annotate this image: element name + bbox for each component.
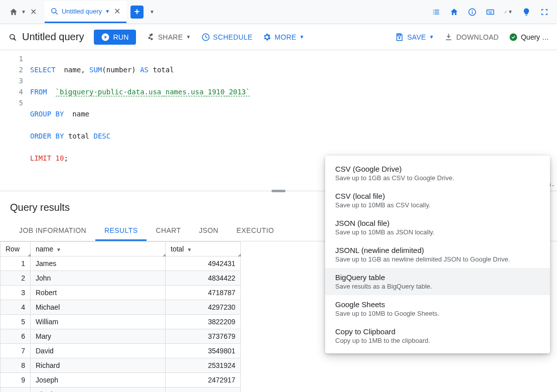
table-row[interactable]: 1 James 4942431 (1, 256, 241, 271)
save-button[interactable]: SAVE ▼ (395, 33, 434, 42)
table-row[interactable]: 7 David 3549801 (1, 344, 241, 358)
sort-icon: ▼ (56, 247, 61, 252)
cell-name: William (31, 315, 166, 329)
menu-item-title: Copy to Clipboard (335, 327, 540, 336)
save-results-menu: CSV (Google Drive) Save up to 1GB as CSV… (325, 156, 550, 353)
menu-item-subtitle: Save results as a BigQuery table. (335, 283, 540, 290)
col-name[interactable]: name▼ (31, 242, 166, 256)
fullscreen-icon[interactable] (540, 8, 549, 17)
wand-icon[interactable]: ▼ (504, 8, 513, 17)
cell-row: 10 (1, 387, 31, 393)
tab-label: Untitled query (62, 8, 102, 15)
col-total[interactable]: total▼ (166, 242, 241, 256)
menu-item-csv-local-file[interactable]: CSV (local file) Save up to 10MB as CSV … (325, 187, 550, 214)
lightbulb-icon[interactable] (522, 8, 531, 17)
cell-total: 4834422 (166, 271, 241, 286)
tab-job-information[interactable]: JOB INFORMATION (10, 221, 95, 241)
table-row[interactable]: 3 Robert 4718787 (1, 286, 241, 300)
toolbar-icons: ▼ (432, 8, 553, 17)
svg-rect-4 (472, 10, 473, 11)
save-label: SAVE (407, 33, 426, 41)
menu-item-title: Google Sheets (335, 300, 540, 309)
run-button[interactable]: RUN (94, 30, 135, 45)
svg-line-1 (56, 13, 58, 15)
tab-results[interactable]: RESULTS (95, 221, 147, 241)
table-row[interactable]: 5 William 3822209 (1, 315, 241, 329)
svg-rect-3 (472, 11, 473, 14)
drag-handle[interactable] (271, 190, 286, 192)
table-row[interactable]: 4 Michael 4297230 (1, 300, 241, 315)
menu-item-subtitle: Save up to 10MB to Google Sheets. (335, 310, 540, 317)
cell-row: 1 (1, 256, 31, 271)
tab-home[interactable]: ▼ ✕ (4, 1, 43, 23)
results-title: Query results (10, 202, 351, 213)
page-title: Untitled query (22, 31, 84, 43)
menu-item-title: JSONL (newline delimited) (335, 246, 540, 254)
keyboard-icon[interactable] (486, 8, 495, 17)
home-icon[interactable] (450, 8, 459, 17)
table-row[interactable]: 9 Joseph 2472917 (1, 373, 241, 387)
cell-total: 2244693 (166, 387, 241, 393)
tab-untitled-query[interactable]: Untitled query ▼ ✕ (45, 1, 126, 23)
query-header: Untitled query RUN SHARE ▼ SCHEDULE MORE… (0, 24, 557, 50)
tab-execution[interactable]: EXECUTIO (227, 221, 283, 241)
cell-total: 2531924 (166, 358, 241, 373)
schedule-button[interactable]: SCHEDULE (201, 33, 253, 42)
table-row[interactable]: 6 Mary 3737679 (1, 329, 241, 344)
tab-bar: ▼ ✕ Untitled query ▼ ✕ + ▼ ▼ (0, 0, 557, 24)
svg-rect-5 (487, 10, 494, 14)
close-icon[interactable]: ✕ (29, 6, 38, 18)
new-tab-button[interactable]: + (130, 6, 144, 19)
tab-json[interactable]: JSON (190, 221, 227, 241)
close-icon[interactable]: ✕ (113, 6, 121, 17)
table-row[interactable]: 10 Charles 2244693 (1, 387, 241, 393)
menu-item-title: CSV (local file) (335, 192, 540, 200)
tab-chart[interactable]: CHART (147, 221, 190, 241)
query-status: Query … (509, 33, 549, 42)
col-row[interactable]: Row (1, 242, 31, 256)
sort-icon: ▼ (187, 247, 192, 252)
cell-name: Robert (31, 286, 166, 300)
table-row[interactable]: 2 John 4834422 (1, 271, 241, 286)
share-button[interactable]: SHARE ▼ (146, 33, 191, 42)
cell-row: 4 (1, 300, 31, 315)
annotation-arrow (289, 292, 298, 301)
info-icon[interactable] (468, 8, 477, 17)
svg-line-16 (292, 297, 298, 301)
menu-item-bigquery-table[interactable]: BigQuery table Save results as a BigQuer… (325, 268, 550, 295)
cell-name: Richard (31, 358, 166, 373)
svg-point-12 (14, 38, 15, 40)
download-button[interactable]: DOWNLOAD (444, 33, 499, 42)
svg-point-15 (509, 33, 517, 41)
more-label: MORE (274, 33, 296, 41)
home-icon (9, 8, 18, 17)
cell-row: 6 (1, 329, 31, 344)
svg-rect-8 (491, 11, 492, 12)
more-button[interactable]: MORE ▼ (262, 33, 304, 42)
menu-item-google-sheets[interactable]: Google Sheets Save up to 10MB to Google … (325, 295, 550, 322)
menu-item-jsonl-newline-delimited[interactable]: JSONL (newline delimited) Save up to 1GB… (325, 241, 550, 268)
cell-row: 3 (1, 286, 31, 300)
menu-item-copy-to-clipboard[interactable]: Copy to Clipboard Copy up to 1MB to the … (325, 322, 550, 349)
chevron-down-icon[interactable]: ▼ (105, 9, 110, 14)
cell-name: Mary (31, 329, 166, 344)
cell-total: 4297230 (166, 300, 241, 315)
menu-item-json-local-file[interactable]: JSON (local file) Save up to 10MB as JSO… (325, 214, 550, 241)
cell-total: 3737679 (166, 329, 241, 344)
cell-total: 3822209 (166, 315, 241, 329)
cell-name: David (31, 344, 166, 358)
query-title-area: Untitled query (8, 31, 84, 43)
menu-item-csv-google-drive[interactable]: CSV (Google Drive) Save up to 1GB as CSV… (325, 160, 550, 187)
status-text: Query … (521, 33, 549, 41)
svg-rect-7 (490, 11, 491, 12)
line-gutter: 12345 (0, 53, 30, 186)
cell-row: 5 (1, 315, 31, 329)
list-icon[interactable] (432, 8, 441, 17)
chevron-down-icon[interactable]: ▼ (150, 9, 155, 15)
table-row[interactable]: 8 Richard 2531924 (1, 358, 241, 373)
cell-name: Joseph (31, 373, 166, 387)
cell-total: 2472917 (166, 373, 241, 387)
cell-row: 8 (1, 358, 31, 373)
cell-name: John (31, 271, 166, 286)
menu-item-title: JSON (local file) (335, 219, 540, 227)
